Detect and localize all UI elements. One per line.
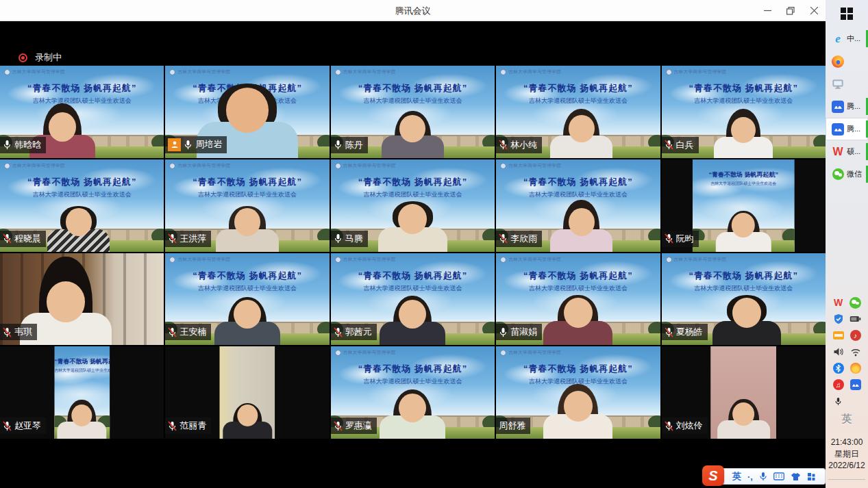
tray-meeting-icon[interactable] xyxy=(847,376,864,393)
taskbar-apps: e中...腾...腾...W硕...微信 xyxy=(826,27,868,185)
close-button[interactable] xyxy=(802,0,826,21)
ime-keyboard-icon[interactable] xyxy=(773,472,784,480)
mic-muted-icon xyxy=(3,233,12,244)
mic-muted-icon xyxy=(665,140,673,150)
participant-name: 陈丹 xyxy=(345,139,363,151)
tray-mic-icon[interactable] xyxy=(830,393,847,409)
video-tile[interactable]: 吉林大学商学与管理学院 “青春不散场 扬帆再起航” 吉林大学退税团队硕士毕业生欢… xyxy=(331,253,495,346)
mic-muted-icon xyxy=(665,327,673,337)
show-desktop-button[interactable] xyxy=(828,479,865,480)
mic-muted-icon xyxy=(499,140,508,150)
tray-folder-icon[interactable] xyxy=(830,327,847,344)
participant-name: 韩晗晗 xyxy=(14,139,41,151)
participant-name: 周培岩 xyxy=(195,138,222,151)
ime-punctuation-toggle[interactable]: ·, xyxy=(747,472,753,482)
mic-muted-icon xyxy=(168,233,177,244)
restore-button[interactable] xyxy=(779,0,802,21)
netease-music-glyph: ♪ xyxy=(850,330,861,341)
taskbar-app-label: 中... xyxy=(847,34,860,44)
tencent-meeting-icon xyxy=(832,101,844,113)
desktop-screen: 腾讯会议 录制中 吉林大学商学与管理学院 “青春不散场 扬帆再起航” 吉林大学退… xyxy=(0,0,868,488)
tray-bluetooth-icon[interactable] xyxy=(830,360,847,376)
ime-voice-icon[interactable] xyxy=(759,472,767,481)
window-controls xyxy=(756,0,826,21)
taskbar-clock[interactable]: 21:43:00 星期日 2022/6/12 xyxy=(826,437,868,472)
video-tile[interactable]: 吉林大学商学与管理学院 “青春不散场 扬帆再起航” 吉林大学退税团队硕士毕业生欢… xyxy=(662,253,826,346)
taskbar-app-meeting-腾[interactable]: 腾... xyxy=(826,95,868,118)
wechat-icon xyxy=(832,168,844,181)
windows-logo-icon xyxy=(841,8,853,20)
participant-name-label: 赵亚琴 xyxy=(0,418,46,434)
mic-on-icon xyxy=(184,140,193,150)
tray-redmusic-icon[interactable]: ♫ xyxy=(830,376,847,393)
taskbar-app-wechat-微信[interactable]: 微信 xyxy=(826,163,868,185)
mic-on-icon xyxy=(334,140,343,150)
video-tile[interactable]: 吉林大学商学与管理学院 “青春不散场 扬帆再起航” 吉林大学退税团队硕士毕业生欢… xyxy=(496,346,660,439)
ime-toolbox-icon[interactable] xyxy=(807,472,816,481)
taskbar-app-pc[interactable] xyxy=(826,73,868,95)
taskbar-app-meeting-腾[interactable]: 腾... xyxy=(826,118,868,140)
taskbar-app-label: 腾... xyxy=(847,101,860,112)
video-grid: 吉林大学商学与管理学院 “青春不散场 扬帆再起航” 吉林大学退税团队硕士毕业生欢… xyxy=(0,66,826,439)
language-indicator[interactable]: 英 xyxy=(826,413,868,426)
video-tile[interactable]: 吉林大学商学与管理学院 “青春不散场 扬帆再起航” 吉林大学退税团队硕士毕业生欢… xyxy=(165,253,329,346)
clock-time: 21:43:00 xyxy=(826,437,868,448)
video-tile[interactable]: 吉林大学商学与管理学院 “青春不散场 扬帆再起航” 吉林大学退税团队硕士毕业生欢… xyxy=(0,66,164,158)
participant-name: 林小纯 xyxy=(510,139,537,151)
tray-network-icon[interactable] xyxy=(847,344,864,360)
participant-person xyxy=(54,346,110,439)
tray-wechat-icon[interactable] xyxy=(847,294,864,311)
tray-speaker-icon[interactable] xyxy=(830,344,847,360)
firefox-icon xyxy=(832,55,844,68)
participant-name-label: 周舒雅 xyxy=(496,418,530,434)
video-tile[interactable]: 吉林大学商学与管理学院 “青春不散场 扬帆再起航” 吉林大学退税团队硕士毕业生欢… xyxy=(0,159,164,252)
minimize-icon xyxy=(764,7,771,14)
this-pc-icon xyxy=(832,78,844,90)
tray-flame-icon[interactable] xyxy=(847,360,864,376)
participant-name-label: 白兵 xyxy=(662,137,699,153)
video-tile[interactable]: 吉林大学商学与管理学院 “青春不散场 扬帆再起航” 吉林大学退税团队硕士毕业生欢… xyxy=(496,159,660,252)
video-tile[interactable]: 吉林大学商学与管理学院 “青春不散场 扬帆再起航” 吉林大学退税团队硕士毕业生欢… xyxy=(0,346,164,439)
minimize-button[interactable] xyxy=(756,0,779,21)
video-tile[interactable]: 吉林大学商学与管理学院 “青春不散场 扬帆再起航” 吉林大学退税团队硕士毕业生欢… xyxy=(662,66,826,158)
sogou-logo[interactable]: S xyxy=(702,465,724,486)
window-title: 腾讯会议 xyxy=(0,5,826,17)
ie-browser-icon: e xyxy=(832,33,844,45)
participant-name: 夏杨皓 xyxy=(676,326,703,338)
taskbar-app-ie-中[interactable]: e中... xyxy=(826,27,868,50)
meeting-window: 录制中 吉林大学商学与管理学院 “青春不散场 扬帆再起航” 吉林大学退税团队硕士… xyxy=(0,21,826,488)
video-tile[interactable]: 吉林大学商学与管理学院 “青春不散场 扬帆再起航” 吉林大学退税团队硕士毕业生欢… xyxy=(331,346,495,439)
taskbar-app-wps-硕[interactable]: W硕... xyxy=(826,140,868,163)
video-tile[interactable]: 吉林大学商学与管理学院 “青春不散场 扬帆再起航” 吉林大学退税团队硕士毕业生欢… xyxy=(331,159,495,252)
window-titlebar: 腾讯会议 xyxy=(0,0,826,21)
tray-music-icon[interactable]: ♪ xyxy=(847,327,864,344)
video-tile[interactable]: 吉林大学商学与管理学院 “青春不散场 扬帆再起航” 吉林大学退税团队硕士毕业生欢… xyxy=(165,159,329,252)
recording-label: 录制中 xyxy=(35,51,62,64)
pillarboxed-video xyxy=(710,346,776,439)
video-tile[interactable]: 吉林大学商学与管理学院 “青春不散场 扬帆再起航” 吉林大学退税团队硕士毕业生欢… xyxy=(662,159,826,252)
mic-muted-icon xyxy=(334,421,343,431)
ime-skin-icon[interactable] xyxy=(791,472,801,481)
video-tile[interactable]: 吉林大学商学与管理学院 “青春不散场 扬帆再起航” 吉林大学退税团队硕士毕业生欢… xyxy=(331,66,495,158)
video-tile[interactable]: 韦琪 xyxy=(0,253,164,346)
participant-name: 马腾 xyxy=(345,233,363,245)
system-tray: W♪♫ xyxy=(830,294,865,409)
participant-name-label: 李欣雨 xyxy=(496,231,542,247)
video-tile[interactable]: 吉林大学商学与管理学院 “青春不散场 扬帆再起航” 吉林大学退税团队硕士毕业生欢… xyxy=(496,66,660,158)
pillarboxed-video: 吉林大学商学与管理学院 “青春不散场 扬帆再起航” 吉林大学退税团队硕士毕业生欢… xyxy=(54,346,110,439)
taskbar-app-firefox[interactable] xyxy=(826,50,868,73)
tray-battery-icon[interactable] xyxy=(847,311,864,327)
video-tile[interactable]: 刘炫伶 xyxy=(662,346,826,439)
participant-person xyxy=(710,346,776,439)
mic-muted-icon xyxy=(168,327,177,337)
participant-name: 李欣雨 xyxy=(510,233,537,245)
clock-date: 2022/6/12 xyxy=(826,460,868,472)
restore-icon xyxy=(786,7,795,15)
start-button[interactable] xyxy=(826,0,868,27)
ime-language-toggle[interactable]: 英 xyxy=(732,470,741,483)
video-tile[interactable]: 吉林大学商学与管理学院 “青春不散场 扬帆再起航” 吉林大学退税团队硕士毕业生欢… xyxy=(496,253,660,346)
video-tile[interactable]: 范丽青 xyxy=(165,346,329,439)
tray-shield-icon[interactable] xyxy=(830,311,847,327)
video-tile[interactable]: 吉林大学商学与管理学院 “青春不散场 扬帆再起航” 吉林大学退税团队硕士毕业生欢… xyxy=(165,66,329,158)
tray-wps-icon[interactable]: W xyxy=(830,294,847,311)
